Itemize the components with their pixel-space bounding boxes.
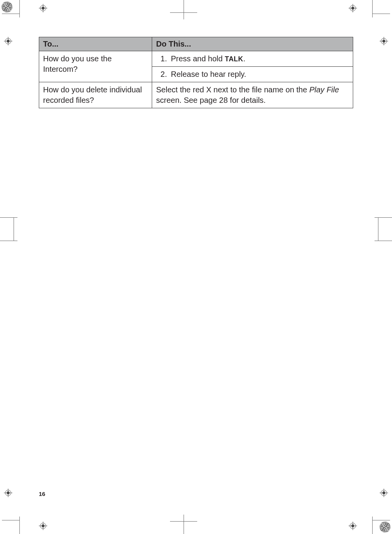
crop-mark [170, 12, 197, 13]
table-row: How do you delete individual recorded fi… [39, 82, 353, 108]
registration-mark-icon [349, 522, 357, 530]
print-color-wheel-bottom-right [380, 522, 390, 532]
crop-mark [184, 0, 184, 19]
step-text-pre: Release to hear reply. [171, 70, 246, 78]
registration-mark-icon [4, 489, 12, 497]
answer-pre: Select the red X next to the file name o… [156, 85, 309, 94]
instructions-table: To... Do This... How do you use the Inte… [39, 37, 353, 108]
step-number: 2. [156, 69, 167, 80]
table-row: How do you use the Intercom? 1. Press an… [39, 51, 353, 67]
registration-mark-icon [380, 489, 388, 497]
step-text: Release to hear reply. [171, 69, 349, 80]
registration-mark-icon [380, 37, 388, 45]
page-body: To... Do This... How do you use the Inte… [39, 37, 353, 108]
key-label: TALK [225, 55, 243, 63]
print-color-wheel-top-left [2, 2, 12, 12]
answer-italic: Play File [309, 85, 339, 94]
table-header-row: To... Do This... [39, 37, 353, 51]
header-do-this: Do This... [152, 37, 353, 51]
registration-mark-icon [39, 4, 47, 12]
step-text-post: . [243, 54, 246, 63]
registration-mark-icon [349, 4, 357, 12]
page-number: 16 [39, 491, 45, 497]
step-text: Press and hold TALK. [171, 54, 349, 64]
cell-question: How do you delete individual recorded fi… [39, 82, 152, 108]
step-text-pre: Press and hold [171, 54, 225, 63]
answer-post: screen. See page 28 for details. [156, 96, 265, 104]
header-to: To... [39, 37, 152, 51]
crop-mark [184, 515, 184, 534]
cell-answer: Select the red X next to the file name o… [152, 82, 353, 108]
step-number: 1. [156, 54, 167, 64]
cell-answer-step: 1. Press and hold TALK. [152, 51, 353, 67]
cell-answer-step: 2. Release to hear reply. [152, 67, 353, 82]
registration-mark-icon [39, 522, 47, 530]
crop-mark [170, 521, 197, 522]
registration-mark-icon [4, 37, 12, 45]
cell-question: How do you use the Intercom? [39, 51, 152, 82]
